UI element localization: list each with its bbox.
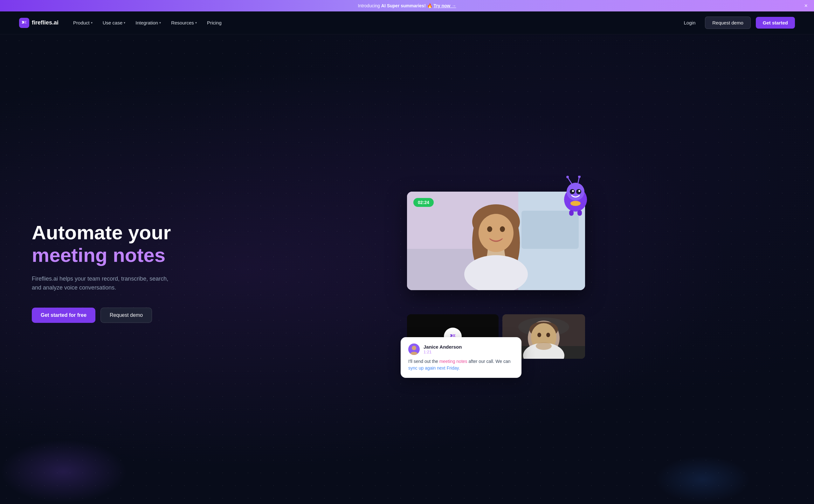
hero-title: Automate your meeting notes [32,221,197,267]
svg-point-27 [412,346,416,350]
svg-point-13 [571,201,581,206]
nav-item-product[interactable]: Product ▾ [69,17,97,28]
hero-right: 02:24 Janice Anderson 1:21 [197,185,795,359]
svg-rect-0 [19,18,29,28]
svg-point-23 [487,226,492,232]
request-demo-hero-button[interactable]: Request demo [100,308,152,323]
navbar: fireflies.ai Product ▾ Use case ▾ Integr… [0,11,814,34]
svg-rect-11 [569,210,574,216]
avatar [408,344,420,355]
svg-point-22 [479,214,514,252]
hero-buttons: Get started for free Request demo [32,308,197,323]
announcement-text: Introducing AI Super summaries! 🔥 Try no… [358,3,456,8]
chat-bubble: Janice Anderson 1:21 I'll send out the m… [400,337,522,378]
glow-right [655,456,750,503]
get-started-button[interactable]: Get started [756,17,795,29]
svg-point-37 [546,333,550,337]
request-demo-button[interactable]: Request demo [705,17,751,29]
chevron-down-icon: ▾ [159,21,161,24]
nav-links: Product ▾ Use case ▾ Integration ▾ Resou… [69,17,669,28]
chevron-down-icon: ▾ [91,21,92,24]
chat-message: I'll send out the meeting notes after ou… [408,358,514,371]
svg-point-6 [567,183,585,201]
glow-left [0,440,127,503]
announcement-link[interactable]: Try now → [434,3,456,8]
chevron-down-icon: ▾ [124,21,125,24]
announcement-bar: Introducing AI Super summaries! 🔥 Try no… [0,0,814,11]
nav-item-usecase[interactable]: Use case ▾ [98,17,130,28]
svg-line-1 [568,177,572,184]
nav-item-pricing[interactable]: Pricing [202,17,226,28]
hero-description: Fireflies.ai helps your team record, tra… [32,274,178,293]
nav-item-resources[interactable]: Resources ▾ [167,17,201,28]
svg-point-10 [578,190,580,192]
mascot [560,176,595,217]
woman-video-placeholder [407,192,585,290]
timer-badge: 02:24 [414,198,434,207]
svg-point-38 [536,342,552,350]
svg-point-36 [537,333,541,337]
svg-point-4 [578,176,581,178]
nav-right: Login Request demo Get started [680,17,795,29]
chat-user-info: Janice Anderson 1:21 [424,344,462,354]
svg-point-9 [572,190,574,192]
logo-icon [19,18,29,28]
video-mockup: 02:24 Janice Anderson 1:21 [407,192,585,359]
svg-point-24 [500,226,505,232]
main-video-frame: 02:24 [407,192,585,290]
chevron-down-icon: ▾ [195,21,197,24]
nav-item-integration[interactable]: Integration ▾ [131,17,165,28]
login-button[interactable]: Login [680,17,700,28]
get-started-free-button[interactable]: Get started for free [32,308,95,323]
chat-header: Janice Anderson 1:21 [408,344,514,355]
announcement-close-button[interactable]: × [804,3,808,9]
hero-section: Automate your meeting notes Fireflies.ai… [0,34,814,503]
logo[interactable]: fireflies.ai [19,18,58,28]
svg-point-2 [566,176,569,178]
svg-rect-12 [578,210,582,216]
hero-left: Automate your meeting notes Fireflies.ai… [32,221,197,323]
